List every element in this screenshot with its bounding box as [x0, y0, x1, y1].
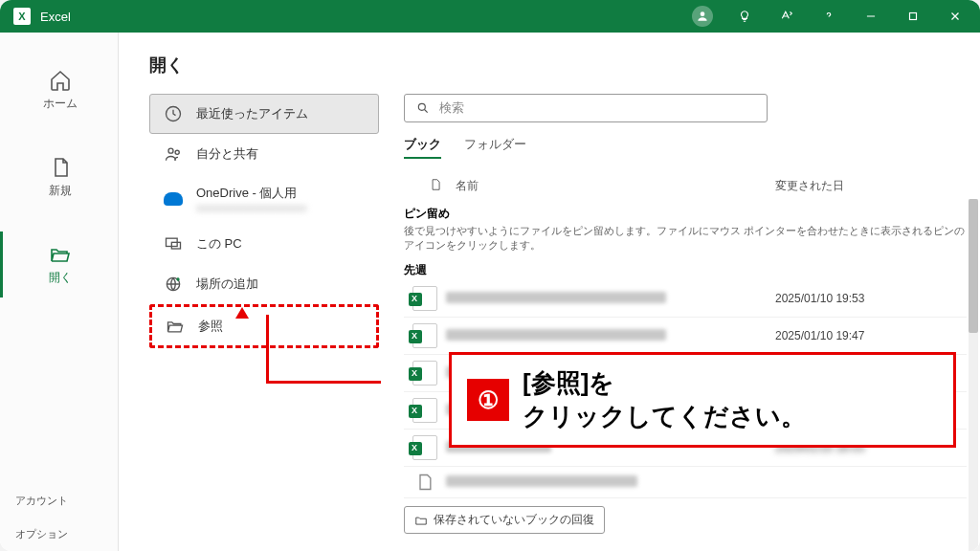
user-account-icon[interactable] [681, 0, 724, 33]
location-shared[interactable]: 自分と共有 [149, 134, 379, 174]
results-column: 検索 ブック フォルダー 名前 変更された日 ピン留め 後で見つけや [379, 94, 980, 551]
onedrive-icon [164, 189, 183, 209]
home-icon [49, 69, 72, 92]
new-file-icon [49, 156, 72, 179]
recover-unsaved-button[interactable]: 保存されていないブックの回復 [404, 506, 605, 534]
callout-line2: クリックしてください。 [523, 400, 806, 433]
page-title: 開く [149, 54, 980, 77]
recover-button-label: 保存されていないブックの回復 [434, 512, 594, 528]
scrollbar[interactable] [969, 199, 978, 551]
instruction-callout: ① [参照]を クリックしてください。 [449, 352, 956, 448]
excel-logo-icon: X [13, 8, 31, 25]
close-button[interactable] [934, 0, 976, 33]
file-name [446, 329, 666, 341]
help-icon[interactable] [808, 0, 850, 33]
file-date: 2025/01/10 19:53 [775, 292, 967, 305]
svg-point-11 [418, 103, 425, 110]
globe-plus-icon [164, 275, 183, 294]
excel-file-icon [412, 361, 437, 386]
file-name [446, 475, 637, 487]
file-row[interactable]: 2025/01/10 19:47 [404, 318, 967, 355]
location-onedrive-sub: xxxxxxxxxxxxxxxxxxxxx [196, 202, 307, 213]
svg-point-6 [168, 148, 173, 153]
left-sidebar: ホーム 新規 開く アカウント オプション [0, 33, 119, 551]
folder-icon [414, 514, 428, 527]
file-name [446, 292, 666, 303]
file-row[interactable]: 2025/01/10 19:53 [404, 280, 967, 318]
svg-rect-9 [171, 242, 180, 249]
column-date-label[interactable]: 変更された日 [775, 178, 967, 194]
location-recent-label: 最近使ったアイテム [196, 105, 308, 122]
svg-rect-2 [910, 13, 917, 20]
maximize-button[interactable] [892, 0, 934, 33]
location-add-place[interactable]: 場所の追加 [149, 264, 379, 304]
folder-icon [166, 317, 185, 336]
section-lastweek-title: 先週 [404, 262, 967, 278]
sidebar-item-new[interactable]: 新規 [0, 144, 118, 210]
callout-badge: ① [467, 379, 509, 421]
locations-column: 最近使ったアイテム 自分と共有 OneDrive - 個人用 [149, 94, 379, 551]
sidebar-home-label: ホーム [43, 96, 78, 112]
file-date: 2025/01/10 19:47 [775, 329, 967, 342]
callout-line1: [参照]を [523, 366, 806, 400]
location-recent[interactable]: 最近使ったアイテム [149, 94, 379, 134]
location-onedrive[interactable]: OneDrive - 個人用 xxxxxxxxxxxxxxxxxxxxx [149, 174, 379, 224]
sidebar-item-open[interactable]: 開く [0, 231, 118, 298]
excel-file-icon [412, 286, 437, 311]
location-this-pc-label: この PC [196, 235, 242, 253]
tab-book[interactable]: ブック [404, 132, 441, 159]
file-icon [429, 178, 442, 191]
app-title: Excel [40, 10, 71, 24]
search-input[interactable]: 検索 [404, 94, 768, 122]
location-browse[interactable]: 参照 [149, 304, 379, 348]
sidebar-open-label: 開く [49, 270, 72, 286]
svg-point-0 [701, 11, 705, 16]
excel-file-icon [412, 323, 437, 348]
minimize-button[interactable] [850, 0, 892, 33]
svg-line-12 [425, 110, 428, 113]
pc-icon [164, 234, 183, 253]
location-this-pc[interactable]: この PC [149, 224, 379, 264]
file-icon [415, 473, 434, 492]
folder-open-icon [49, 243, 72, 266]
location-shared-label: 自分と共有 [196, 145, 258, 163]
sidebar-new-label: 新規 [49, 183, 72, 199]
excel-file-icon [412, 398, 437, 423]
tab-folder[interactable]: フォルダー [464, 132, 526, 159]
svg-point-7 [175, 150, 179, 154]
section-pinned-desc: 後で見つけやすいようにファイルをピン留めします。ファイルにマウス ポインターを合… [404, 224, 967, 253]
search-placeholder: 検索 [439, 99, 464, 117]
section-pinned-title: ピン留め [404, 206, 967, 222]
people-icon [164, 144, 183, 164]
location-browse-label: 参照 [198, 318, 223, 335]
list-header: 名前 変更された日 [404, 170, 967, 200]
sidebar-options[interactable]: オプション [0, 518, 118, 551]
clock-icon [164, 104, 183, 123]
search-icon [416, 101, 430, 115]
location-add-place-label: 場所の追加 [196, 276, 258, 293]
coming-soon-icon[interactable] [766, 0, 808, 33]
file-row[interactable] [404, 467, 967, 498]
title-bar: X Excel [0, 0, 980, 33]
lightbulb-icon[interactable] [724, 0, 766, 33]
scrollbar-thumb[interactable] [969, 199, 978, 333]
column-name-label[interactable]: 名前 [456, 178, 479, 194]
sidebar-item-home[interactable]: ホーム [0, 57, 118, 123]
excel-file-icon [412, 435, 437, 460]
location-onedrive-label: OneDrive - 個人用 [196, 185, 307, 202]
sidebar-account[interactable]: アカウント [0, 484, 118, 518]
